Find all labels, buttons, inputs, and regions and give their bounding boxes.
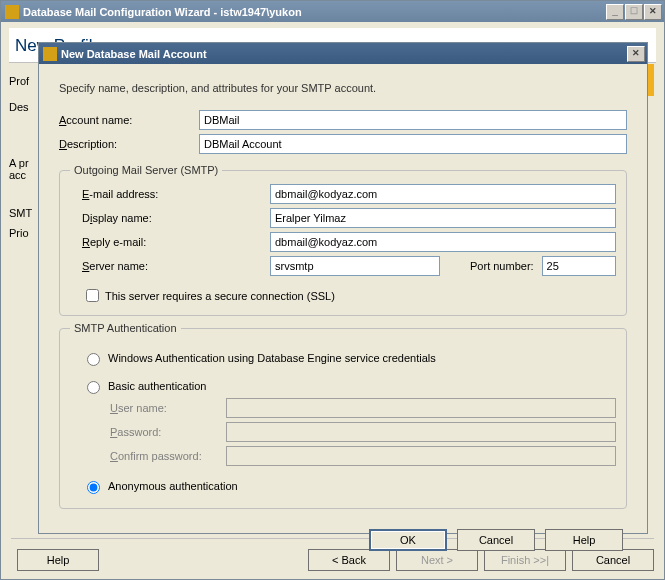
email-label: E-mail address: <box>70 188 270 200</box>
port-input[interactable] <box>542 256 616 276</box>
display-name-input[interactable] <box>270 208 616 228</box>
description-label: Des <box>9 97 29 117</box>
auth-legend: SMTP Authentication <box>70 322 181 334</box>
port-label: Port number: <box>470 260 534 272</box>
display-name-label: Display name: <box>70 212 270 224</box>
server-name-label: Server name: <box>70 260 270 272</box>
dialog-help-button[interactable]: Help <box>545 529 623 551</box>
smtp-label: SMT <box>9 203 32 223</box>
close-button[interactable] <box>644 4 662 20</box>
profile-label: Prof <box>9 71 29 91</box>
wizard-titlebar: Database Mail Configuration Wizard - ist… <box>1 1 664 22</box>
auth-anon-radio[interactable] <box>87 481 100 494</box>
auth-windows-radio[interactable] <box>87 353 100 366</box>
dialog-button-row: OK Cancel Help <box>59 515 627 555</box>
smtp-legend: Outgoing Mail Server (SMTP) <box>70 164 222 176</box>
dialog-title: New Database Mail Account <box>61 48 626 60</box>
smtp-group: Outgoing Mail Server (SMTP) E-mail addre… <box>59 164 627 316</box>
minimize-button[interactable] <box>606 4 624 20</box>
dialog-titlebar: New Database Mail Account <box>39 43 647 64</box>
ssl-checkbox[interactable] <box>86 289 99 302</box>
auth-basic-label: Basic authentication <box>108 380 206 392</box>
ok-button[interactable]: OK <box>369 529 447 551</box>
basic-user-input <box>226 398 616 418</box>
reply-email-input[interactable] <box>270 232 616 252</box>
basic-pass-input <box>226 422 616 442</box>
basic-confirm-label: Confirm password: <box>110 450 226 462</box>
wizard-title: Database Mail Configuration Wizard - ist… <box>23 6 605 18</box>
maximize-button[interactable] <box>625 4 643 20</box>
dialog-description: Specify name, description, and attribute… <box>59 82 627 94</box>
app-icon <box>5 5 19 19</box>
auth-group: SMTP Authentication Windows Authenticati… <box>59 322 627 509</box>
description-field-label: Description: <box>59 138 199 150</box>
email-input[interactable] <box>270 184 616 204</box>
reply-email-label: Reply e-mail: <box>70 236 270 248</box>
auth-windows-label: Windows Authentication using Database En… <box>108 352 436 364</box>
new-account-dialog: New Database Mail Account Specify name, … <box>38 42 648 534</box>
basic-pass-label: Password: <box>110 426 226 438</box>
account-name-input[interactable] <box>199 110 627 130</box>
basic-user-label: User name: <box>110 402 226 414</box>
account-name-label: Account name: <box>59 114 199 126</box>
basic-confirm-input <box>226 446 616 466</box>
description-input[interactable] <box>199 134 627 154</box>
priority-header: Prio <box>9 223 29 243</box>
auth-basic-radio[interactable] <box>87 381 100 394</box>
auth-anon-label: Anonymous authentication <box>108 480 238 492</box>
ssl-label: This server requires a secure connection… <box>105 290 335 302</box>
dialog-close-button[interactable] <box>627 46 645 62</box>
dialog-icon <box>43 47 57 61</box>
dialog-cancel-button[interactable]: Cancel <box>457 529 535 551</box>
server-name-input[interactable] <box>270 256 440 276</box>
